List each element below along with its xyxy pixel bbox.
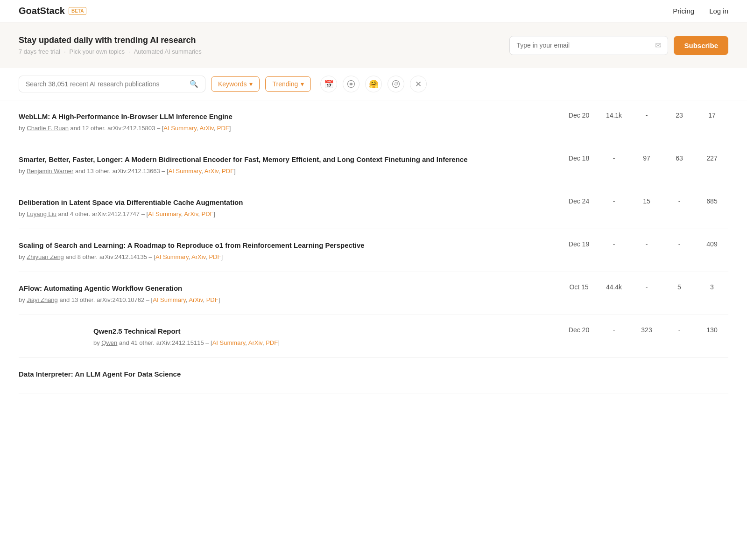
paper-stats: Oct 15 44.4k - 5 3	[560, 283, 728, 291]
paper-authors: by Qwen and 41 other.	[93, 339, 155, 346]
paper-stats: Dec 24 - 15 - 685	[560, 197, 728, 205]
paper-row: Smarter, Better, Faster, Longer: A Moder…	[19, 143, 728, 186]
paper-meta: arXiv:2412.15115 – [AI Summary, ArXiv, P…	[156, 339, 280, 346]
email-input[interactable]	[516, 42, 651, 49]
paper-link-ai-summary[interactable]: AI Summary	[148, 210, 181, 217]
paper-x: 409	[696, 240, 728, 248]
paper-semantic: -	[630, 112, 663, 119]
paper-link-arxiv[interactable]: ArXiv	[199, 125, 213, 132]
paper-main: Scaling of Search and Learning: A Roadma…	[19, 240, 551, 260]
paper-title: Data Interpreter: An LLM Agent For Data …	[19, 369, 728, 379]
author-link[interactable]: Zhiyuan Zeng	[27, 253, 64, 260]
dot2: ·	[128, 48, 130, 55]
paper-meta: arXiv:2412.13663 – [AI Summary, ArXiv, P…	[113, 168, 236, 175]
huggingface-icon[interactable]: 🤗	[365, 76, 382, 92]
paper-views: -	[598, 154, 630, 162]
paper-reddit: 63	[663, 154, 696, 162]
header-nav: Pricing Log in	[673, 7, 728, 15]
paper-main: Smarter, Better, Faster, Longer: A Moder…	[19, 154, 551, 175]
paper-views: -	[598, 197, 630, 205]
toolbar: 🔍 Keywords ▾ Trending ▾ 📅 🤗 ✕	[0, 68, 747, 100]
trending-chevron: ▾	[301, 80, 304, 88]
reddit-icon[interactable]	[388, 76, 404, 92]
keywords-chevron: ▾	[249, 80, 253, 88]
banner-sub-topics: Pick your own topics	[70, 48, 125, 55]
email-icon: ✉	[655, 41, 661, 50]
banner-sub-trial: 7 days free trial	[19, 48, 60, 55]
paper-views: -	[598, 240, 630, 248]
nav-pricing[interactable]: Pricing	[673, 7, 694, 15]
paper-link-arxiv[interactable]: ArXiv	[184, 210, 198, 217]
paper-title: Deliberation in Latent Space via Differe…	[19, 197, 551, 207]
paper-link-arxiv[interactable]: ArXiv	[204, 168, 218, 175]
paper-main: Deliberation in Latent Space via Differe…	[19, 197, 551, 217]
author-link[interactable]: Qwen	[101, 339, 117, 346]
calendar-icon[interactable]: 📅	[320, 76, 337, 92]
paper-semantic: 15	[630, 197, 663, 205]
paper-link-arxiv[interactable]: ArXiv	[191, 253, 205, 260]
paper-reddit: -	[663, 197, 696, 205]
header: GoatStack BETA Pricing Log in	[0, 0, 747, 22]
paper-authors: by Luyang Liu and 4 other.	[19, 210, 90, 217]
paper-link-pdf[interactable]: PDF	[222, 168, 234, 175]
paper-x: 3	[696, 283, 728, 291]
paper-authors: by Benjamin Warner and 13 other.	[19, 168, 111, 175]
svg-point-2	[393, 81, 400, 88]
paper-link-pdf[interactable]: PDF	[202, 210, 214, 217]
paper-link-arxiv[interactable]: ArXiv	[189, 296, 203, 303]
paper-semantic: 323	[630, 326, 663, 334]
search-input[interactable]	[26, 80, 186, 88]
paper-semantic: -	[630, 283, 663, 291]
keywords-label: Keywords	[218, 80, 247, 88]
paper-date: Dec 20	[560, 326, 598, 334]
paper-date: Dec 18	[560, 154, 598, 162]
keywords-filter-button[interactable]: Keywords ▾	[211, 76, 260, 92]
author-link[interactable]: Luyang Liu	[27, 210, 56, 217]
paper-views: -	[598, 326, 630, 334]
paper-title: AFlow: Automating Agentic Workflow Gener…	[19, 283, 551, 293]
icon-group: 📅 🤗 ✕	[320, 76, 427, 92]
paper-stats: Dec 20 - 323 - 130	[560, 326, 728, 334]
paper-link-pdf[interactable]: PDF	[266, 339, 278, 346]
paper-link-pdf[interactable]: PDF	[209, 253, 221, 260]
paper-meta: arXiv:2412.14135 – [AI Summary, ArXiv, P…	[99, 253, 223, 260]
subscribe-button[interactable]: Subscribe	[674, 36, 728, 55]
logo-text: GoatStack	[19, 6, 65, 16]
paper-row: Data Interpreter: An LLM Agent For Data …	[19, 358, 728, 393]
paper-stats: Dec 20 14.1k - 23 17	[560, 112, 728, 119]
paper-stats: Dec 18 - 97 63 227	[560, 154, 728, 162]
author-link[interactable]: Jiayi Zhang	[27, 296, 57, 303]
paper-x: 685	[696, 197, 728, 205]
paper-title: Qwen2.5 Technical Report	[93, 326, 551, 336]
author-link[interactable]: Charlie F. Ruan	[27, 125, 69, 132]
search-wrap: 🔍	[19, 76, 205, 92]
paper-meta: arXiv:2410.10762 – [AI Summary, ArXiv, P…	[97, 296, 220, 303]
author-link[interactable]: Benjamin Warner	[27, 168, 73, 175]
paper-views: 14.1k	[598, 112, 630, 119]
trending-filter-button[interactable]: Trending ▾	[265, 76, 311, 92]
paper-link-pdf[interactable]: PDF	[206, 296, 218, 303]
paper-reddit: 23	[663, 112, 696, 119]
svg-point-1	[351, 84, 352, 84]
paper-link-ai-summary[interactable]: AI Summary	[155, 253, 189, 260]
dot1: ·	[64, 48, 66, 55]
semantic-scholar-icon[interactable]	[343, 76, 359, 92]
paper-meta: arXiv:2412.15803 – [AI Summary, ArXiv, P…	[107, 125, 231, 132]
paper-link-ai-summary[interactable]: AI Summary	[212, 339, 246, 346]
paper-x: 17	[696, 112, 728, 119]
paper-link-ai-summary[interactable]: AI Summary	[169, 168, 202, 175]
paper-link-ai-summary[interactable]: AI Summary	[163, 125, 197, 132]
paper-link-ai-summary[interactable]: AI Summary	[153, 296, 186, 303]
paper-main: AFlow: Automating Agentic Workflow Gener…	[19, 283, 551, 303]
x-twitter-icon[interactable]: ✕	[410, 76, 427, 92]
paper-link-pdf[interactable]: PDF	[217, 125, 229, 132]
paper-main: Qwen2.5 Technical Report by Qwen and 41 …	[93, 326, 551, 346]
banner: Stay updated daily with trending AI rese…	[0, 22, 747, 68]
paper-link-arxiv[interactable]: ArXiv	[248, 339, 262, 346]
nav-login[interactable]: Log in	[709, 7, 728, 15]
trending-label: Trending	[272, 80, 298, 88]
paper-reddit: 5	[663, 283, 696, 291]
paper-date: Dec 20	[560, 112, 598, 119]
beta-badge: BETA	[69, 7, 86, 15]
paper-views: 44.4k	[598, 283, 630, 291]
